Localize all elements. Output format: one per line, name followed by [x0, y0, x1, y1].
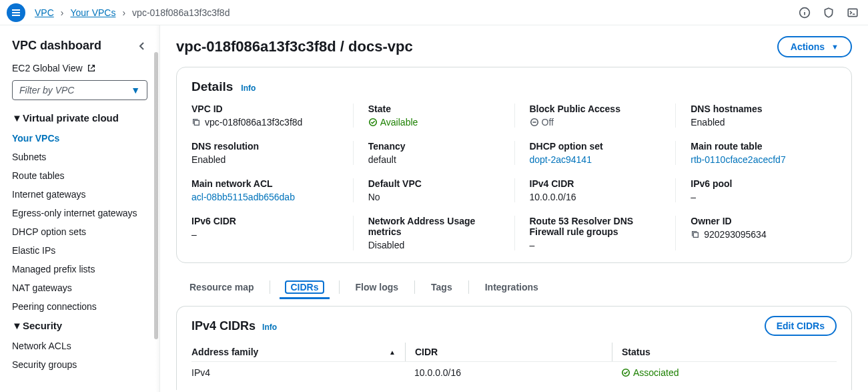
dhcp-link[interactable]: dopt-2ac94141 [530, 154, 661, 165]
info-link[interactable]: Info [241, 83, 256, 93]
sidebar-item-managed-prefix-lists[interactable]: Managed prefix lists [12, 260, 147, 278]
main-content: vpc-018f086a13f3c3f8d / docs-vpc Actions… [160, 25, 868, 392]
ipv6-label: IPv6 CIDR [191, 216, 338, 226]
tab-divider [414, 280, 415, 294]
tab-tags[interactable]: Tags [431, 275, 452, 299]
dns-hostnames-value: Enabled [691, 117, 822, 128]
sidebar-item-internet-gateways[interactable]: Internet gateways [12, 185, 147, 204]
svg-rect-2 [194, 120, 199, 125]
ipv6-value: – [191, 229, 338, 240]
tabs: Resource map CIDRs Flow logs Tags Integr… [176, 275, 852, 299]
default-vpc-label: Default VPC [368, 178, 500, 189]
sidebar-item-dhcp-option-sets[interactable]: DHCP option sets [12, 222, 147, 241]
mrt-label: Main route table [691, 141, 822, 152]
main-route-table-link[interactable]: rtb-0110cface2acecfd7 [691, 154, 822, 165]
disclosure-triangle-icon: ▼ [12, 112, 19, 124]
sidebar-item-subnets[interactable]: Subnets [12, 148, 147, 166]
chevron-right-icon: › [61, 7, 64, 18]
vpc-id-value: vpc-018f086a13f3c3f8d [205, 117, 302, 128]
copy-icon[interactable] [191, 118, 201, 127]
col-address-family[interactable]: Address family [191, 343, 405, 361]
tenancy-label: Tenancy [368, 141, 500, 152]
sidebar-item-nat-gateways[interactable]: NAT gateways [12, 278, 147, 297]
nav-section-security[interactable]: ▼ Security [12, 320, 147, 331]
table-row: IPv4 10.0.0.0/16 Associated [191, 362, 837, 385]
dns-resolution-label: DNS resolution [191, 141, 338, 152]
svg-rect-5 [694, 232, 699, 237]
sidebar-item-elastic-ips[interactable]: Elastic IPs [12, 241, 147, 260]
owner-id-value: 920293095634 [704, 229, 766, 240]
main-network-acl-link[interactable]: acl-08bb5115adb656dab [191, 192, 338, 202]
tenancy-value: default [368, 154, 500, 165]
ipv4-label: IPv4 CIDR [530, 178, 661, 189]
tab-divider [270, 280, 270, 294]
ipv6pool-value: – [691, 192, 822, 202]
owner-label: Owner ID [691, 216, 822, 226]
caret-down-icon: ▼ [131, 85, 140, 95]
r53-value: – [530, 240, 661, 250]
tab-integrations[interactable]: Integrations [485, 275, 538, 299]
cell-cidr: 10.0.0.0/16 [405, 367, 612, 379]
tab-cidrs-label: CIDRs [285, 280, 324, 294]
ipv4-value: 10.0.0.0/16 [530, 192, 661, 202]
state-label: State [368, 104, 500, 114]
hamburger-menu-button[interactable] [7, 3, 25, 22]
caret-down-icon: ▼ [831, 43, 839, 51]
nav-section-title: Security [23, 320, 62, 331]
sidebar-item-security-groups[interactable]: Security groups [12, 355, 147, 374]
col-status[interactable]: Status [612, 343, 837, 361]
actions-label: Actions [791, 41, 825, 52]
breadcrumb-vpc[interactable]: VPC [35, 7, 54, 18]
col-cidr[interactable]: CIDR [405, 343, 612, 361]
breadcrumb-your-vpcs[interactable]: Your VPCs [70, 7, 115, 18]
page-title: vpc-018f086a13f3c3f8d / docs-vpc [176, 38, 413, 55]
tab-cidrs[interactable]: CIDRs [286, 275, 322, 299]
details-card: Details Info VPC ID vpc-018f086a13f3c3f8… [176, 67, 852, 263]
dns-resolution-value: Enabled [191, 154, 338, 165]
naum-label: Network Address Usage metrics [368, 216, 500, 237]
breadcrumb-current: vpc-018f086a13f3c3f8d [132, 7, 230, 18]
sidebar-item-network-acls[interactable]: Network ACLs [12, 337, 147, 355]
tab-divider [468, 280, 469, 294]
off-icon: Off [530, 117, 554, 128]
collapse-sidebar-button[interactable] [137, 41, 147, 51]
dns-hostnames-label: DNS hostnames [691, 104, 822, 114]
sidebar: VPC dashboard EC2 Global View Filter by … [0, 25, 160, 392]
info-icon[interactable] [799, 7, 811, 19]
ipv4-cidrs-title: IPv4 CIDRs [191, 319, 256, 333]
cell-address-family: IPv4 [191, 367, 405, 379]
disclosure-triangle-icon: ▼ [12, 320, 19, 331]
sidebar-item-your-vpcs[interactable]: Your VPCs [12, 129, 147, 148]
sidebar-item-route-tables[interactable]: Route tables [12, 166, 147, 185]
filter-by-vpc-select[interactable]: Filter by VPC ▼ [12, 80, 147, 100]
sidebar-item-egress-only-igw[interactable]: Egress-only internet gateways [12, 204, 147, 222]
actions-button[interactable]: Actions ▼ [777, 36, 852, 57]
shield-icon[interactable] [823, 7, 835, 19]
svg-rect-1 [848, 9, 857, 16]
edit-cidrs-button[interactable]: Edit CIDRs [765, 316, 837, 336]
top-bar: VPC › Your VPCs › vpc-018f086a13f3c3f8d [0, 0, 868, 25]
ipv4-cidrs-card: IPv4 CIDRs Info Edit CIDRs Address famil… [176, 306, 852, 390]
status-available: Available [368, 117, 418, 128]
acl-label: Main network ACL [191, 178, 338, 189]
nav-section-vpc[interactable]: ▼ Virtual private cloud [12, 112, 147, 124]
vpc-id-label: VPC ID [191, 104, 338, 114]
sidebar-item-peering-connections[interactable]: Peering connections [12, 297, 147, 316]
ec2-global-view-label: EC2 Global View [12, 63, 83, 73]
breadcrumb: VPC › Your VPCs › vpc-018f086a13f3c3f8d [35, 7, 230, 18]
copy-icon[interactable] [691, 230, 700, 239]
tab-flow-logs[interactable]: Flow logs [356, 275, 399, 299]
filter-placeholder: Filter by VPC [19, 85, 74, 95]
scrollbar[interactable] [154, 52, 158, 339]
ipv6pool-label: IPv6 pool [691, 178, 822, 189]
bpa-label: Block Public Access [530, 104, 661, 114]
info-link[interactable]: Info [262, 323, 277, 332]
tab-resource-map[interactable]: Resource map [189, 275, 254, 299]
status-associated: Associated [621, 367, 679, 378]
sidebar-title: VPC dashboard [12, 39, 101, 53]
cloudshell-icon[interactable] [847, 7, 859, 19]
tab-divider [339, 280, 340, 294]
chevron-right-icon: › [122, 7, 125, 18]
ec2-global-view-link[interactable]: EC2 Global View [12, 63, 96, 73]
naum-value: Disabled [368, 240, 500, 250]
